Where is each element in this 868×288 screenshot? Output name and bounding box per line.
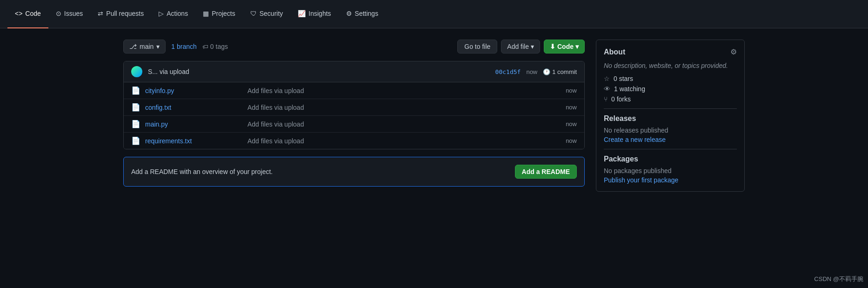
- forks-stat: ⑂ 0 forks: [604, 95, 737, 103]
- commit-message: S... via upload: [148, 68, 490, 75]
- commit-time: now: [526, 68, 537, 75]
- code-icon: <>: [15, 10, 22, 17]
- history-icon: 🕐: [543, 68, 550, 75]
- add-readme-button[interactable]: Add a README: [515, 165, 577, 179]
- about-title: About: [604, 48, 625, 56]
- nav-code[interactable]: <> Code: [7, 0, 48, 28]
- chevron-down-icon: ▾: [575, 43, 579, 50]
- stars-stat: ☆ 0 stars: [604, 75, 737, 82]
- file-commit-msg: Add files via upload: [247, 87, 566, 94]
- file-time: now: [566, 104, 577, 111]
- about-section: About ⚙ No description, website, or topi…: [596, 40, 745, 192]
- file-icon: 📄: [131, 136, 140, 145]
- table-row: 📄 main.py Add files via upload now: [124, 116, 584, 133]
- file-icon: 📄: [131, 103, 140, 112]
- insights-icon: 📈: [298, 10, 306, 17]
- releases-desc: No releases published: [604, 127, 737, 134]
- code-dropdown-icon: ⬇: [550, 43, 555, 50]
- security-icon: 🛡: [250, 10, 257, 17]
- divider: [604, 108, 737, 109]
- file-name[interactable]: cityinfo.py: [145, 87, 247, 94]
- file-time: now: [566, 121, 577, 127]
- nav-insights[interactable]: 📈 Insights: [290, 0, 338, 28]
- chevron-down-icon: ▾: [156, 43, 160, 50]
- publish-package-link[interactable]: Publish your first package: [604, 176, 678, 184]
- file-name[interactable]: config.txt: [145, 104, 247, 111]
- tag-count[interactable]: 🏷 0 tags: [202, 43, 228, 50]
- right-sidebar: About ⚙ No description, website, or topi…: [596, 40, 745, 199]
- packages-title: Packages: [604, 155, 737, 163]
- main-container: ⎇ main ▾ 1 branch 🏷 0 tags Go to file Ad…: [108, 28, 760, 210]
- branch-selector[interactable]: ⎇ main ▾: [123, 40, 166, 54]
- goto-file-button[interactable]: Go to file: [457, 40, 497, 54]
- packages-desc: No packages published: [604, 167, 737, 174]
- file-commit-msg: Add files via upload: [247, 137, 566, 145]
- file-name[interactable]: requirements.txt: [145, 137, 247, 145]
- pull-requests-icon: ⇄: [98, 10, 103, 17]
- settings-icon: ⚙: [346, 10, 352, 17]
- table-row: 📄 cityinfo.py Add files via upload now: [124, 82, 584, 99]
- about-header: About ⚙: [604, 47, 737, 56]
- top-nav: <> Code ⊙ Issues ⇄ Pull requests ▷ Actio…: [0, 0, 868, 28]
- tag-icon: 🏷: [202, 43, 208, 50]
- branch-toolbar: ⎇ main ▾ 1 branch 🏷 0 tags Go to file Ad…: [123, 40, 585, 54]
- add-file-button[interactable]: Add file ▾: [501, 40, 540, 54]
- nav-settings[interactable]: ⚙ Settings: [339, 0, 386, 28]
- readme-text: Add a README with an overview of your pr…: [131, 168, 273, 175]
- projects-icon: ▦: [203, 10, 209, 17]
- file-time: now: [566, 87, 577, 94]
- issues-icon: ⊙: [56, 10, 61, 17]
- file-commit-msg: Add files via upload: [247, 121, 566, 128]
- code-button[interactable]: ⬇ Code ▾: [544, 40, 585, 54]
- nav-pull-requests[interactable]: ⇄ Pull requests: [90, 0, 151, 28]
- divider: [604, 149, 737, 149]
- readme-banner: Add a README with an overview of your pr…: [123, 157, 585, 187]
- branch-count[interactable]: 1 branch: [171, 43, 196, 50]
- star-icon: ☆: [604, 75, 610, 82]
- commit-hash[interactable]: 00c1d5f: [495, 68, 521, 75]
- file-commit-msg: Add files via upload: [247, 104, 566, 111]
- left-panel: ⎇ main ▾ 1 branch 🏷 0 tags Go to file Ad…: [123, 40, 585, 199]
- commit-count: 🕐 1 commit: [543, 68, 577, 75]
- releases-section: Releases No releases published Create a …: [604, 114, 737, 143]
- eye-icon: 👁: [604, 85, 610, 93]
- packages-section: Packages No packages published Publish y…: [604, 155, 737, 184]
- nav-actions[interactable]: ▷ Actions: [151, 0, 195, 28]
- gear-icon[interactable]: ⚙: [730, 47, 737, 56]
- avatar: [131, 66, 142, 77]
- nav-issues[interactable]: ⊙ Issues: [48, 0, 90, 28]
- table-row: 📄 config.txt Add files via upload now: [124, 99, 584, 116]
- table-row: 📄 requirements.txt Add files via upload …: [124, 133, 584, 149]
- releases-title: Releases: [604, 114, 737, 123]
- file-time: now: [566, 137, 577, 144]
- about-description: No description, website, or topics provi…: [604, 62, 737, 69]
- nav-security[interactable]: 🛡 Security: [243, 0, 291, 28]
- create-release-link[interactable]: Create a new release: [604, 136, 666, 143]
- watching-stat: 👁 1 watching: [604, 85, 737, 93]
- chevron-down-icon: ▾: [531, 43, 534, 50]
- actions-icon: ▷: [159, 10, 164, 17]
- nav-projects[interactable]: ▦ Projects: [195, 0, 243, 28]
- file-icon: 📄: [131, 120, 140, 128]
- file-icon: 📄: [131, 86, 140, 95]
- fork-icon: ⑂: [604, 95, 608, 103]
- file-table: S... via upload 00c1d5f now 🕐 1 commit 📄…: [123, 61, 585, 149]
- file-name[interactable]: main.py: [145, 121, 247, 128]
- branch-right: Go to file Add file ▾ ⬇ Code ▾: [457, 40, 585, 54]
- branch-left: ⎇ main ▾ 1 branch 🏷 0 tags: [123, 40, 228, 54]
- commit-row: S... via upload 00c1d5f now 🕐 1 commit: [124, 61, 584, 82]
- branch-icon: ⎇: [129, 43, 137, 50]
